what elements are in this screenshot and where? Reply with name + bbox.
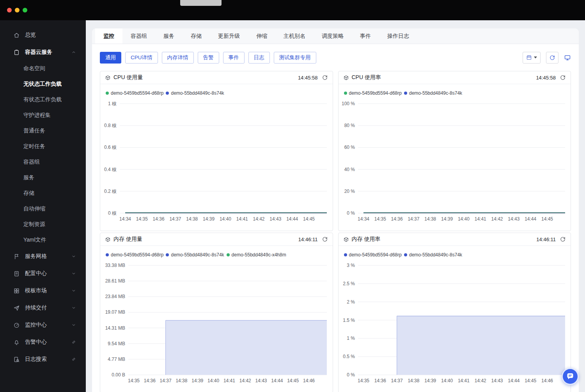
svg-text:14:37: 14:37 <box>408 216 419 222</box>
sidebar-subitem-yaml-file[interactable]: Yaml文件 <box>0 232 86 248</box>
svg-text:9.54 MB: 9.54 MB <box>108 341 125 346</box>
minimize-window-button[interactable] <box>15 8 20 12</box>
tab-service[interactable]: 服务 <box>155 28 183 44</box>
legend-item[interactable]: demo-55bdd4849c-8s74k <box>166 90 224 96</box>
svg-text:14:34: 14:34 <box>357 216 369 222</box>
chart-refresh-icon[interactable] <box>322 236 328 242</box>
svg-text:14:43: 14:43 <box>508 216 519 222</box>
filter-button-log[interactable]: 日志 <box>248 52 270 64</box>
legend-label: demo-5459bd5594-d68rp <box>111 90 163 96</box>
sidebar-item-service-mesh[interactable]: 服务网格 <box>0 248 86 265</box>
legend-item[interactable]: demo-5459bd5594-d68rp <box>344 252 402 258</box>
tab-operation-log[interactable]: 操作日志 <box>379 28 417 44</box>
svg-text:1 %: 1 % <box>347 335 355 341</box>
svg-text:14:42: 14:42 <box>253 216 265 222</box>
svg-text:0 %: 0 % <box>347 372 355 378</box>
refresh-button[interactable] <box>546 52 558 64</box>
svg-text:14:42: 14:42 <box>474 378 486 383</box>
chevron-down-icon <box>71 305 76 311</box>
svg-text:0.8 核: 0.8 核 <box>104 123 117 128</box>
tab-host-alias[interactable]: 主机别名 <box>275 28 314 44</box>
sidebar-item-overview[interactable]: 总览 <box>0 26 86 44</box>
tab-schedule-policy[interactable]: 调度策略 <box>314 28 352 44</box>
chart-card-header: CPU 使用率14:45:58 <box>339 71 571 84</box>
sidebar-subitem-stateless-workload[interactable]: 无状态工作负载 <box>0 76 86 92</box>
bell-icon <box>13 339 20 346</box>
legend-item[interactable]: demo-55bdd4849c-8s74k <box>404 90 462 96</box>
chart-refresh-icon[interactable] <box>560 74 566 81</box>
sidebar-item-continuous-delivery[interactable]: 持续交付 <box>0 299 86 316</box>
sidebar-subitem-service[interactable]: 服务 <box>0 170 86 185</box>
tab-pods[interactable]: 容器组 <box>122 28 155 44</box>
chart-plot: 1 核0.8 核0.6 核0.4 核0.2 核0 核14:3414:3514:3… <box>103 96 330 224</box>
tab-storage[interactable]: 存储 <box>183 28 210 44</box>
sidebar-item-alert-center[interactable]: 告警中心 <box>0 334 86 351</box>
legend-dot-icon <box>227 253 230 256</box>
svg-text:14:45: 14:45 <box>541 216 553 222</box>
cube-icon <box>343 75 349 81</box>
date-range-button[interactable] <box>523 52 541 64</box>
legend-item[interactable]: demo-5459bd5594-d68rp <box>106 252 163 258</box>
sidebar-item-container-cloud-service[interactable]: 容器云服务 <box>0 44 86 61</box>
svg-text:40 %: 40 % <box>344 167 355 172</box>
filter-button-general[interactable]: 通用 <box>100 52 121 64</box>
sidebar-item-monitoring-center[interactable]: 监控中心 <box>0 316 86 334</box>
sidebar-item-label: 持续交付 <box>25 304 47 311</box>
chart-title: 内存 使用率 <box>352 236 381 243</box>
sidebar-item-log-search[interactable]: 日志搜索 <box>0 351 86 368</box>
close-window-button[interactable] <box>7 8 12 12</box>
tab-scaling[interactable]: 伸缩 <box>248 28 275 44</box>
sidebar-subitem-custom-resource[interactable]: 定制资源 <box>0 217 86 232</box>
legend-dot-icon <box>166 253 169 256</box>
svg-text:14:38: 14:38 <box>424 216 436 222</box>
sidebar-subitem-storage[interactable]: 存储 <box>0 185 86 201</box>
tab-bar: 监控容器组服务存储更新升级伸缩主机别名调度策略事件操作日志 <box>92 28 579 44</box>
chart-plot: 100 %80 %60 %40 %20 %0 %14:3414:3514:361… <box>341 96 568 224</box>
svg-text:14:36: 14:36 <box>153 216 165 222</box>
tab-monitor[interactable]: 监控 <box>95 28 122 44</box>
sidebar-subitem-daemonset[interactable]: 守护进程集 <box>0 108 86 123</box>
filter-button-event[interactable]: 事件 <box>223 52 245 64</box>
sidebar-subitem-job[interactable]: 普通任务 <box>0 123 86 139</box>
svg-text:33.38 MB: 33.38 MB <box>105 263 125 268</box>
sidebar-item-label: 配置中心 <box>25 270 47 277</box>
svg-text:14:43: 14:43 <box>491 378 503 383</box>
calendar-icon <box>526 55 532 60</box>
chart-refresh-icon[interactable] <box>322 74 328 81</box>
legend-item[interactable]: demo-55bdd4849c-8s74k <box>166 252 224 258</box>
chart-toolbar: 通用CPU详情内存详情告警事件日志测试集群专用 <box>92 44 579 71</box>
legend-item[interactable]: demo-55bdd4849c-x4h8m <box>227 252 286 258</box>
svg-text:14:39: 14:39 <box>424 378 436 383</box>
legend-item[interactable]: demo-5459bd5594-d68rp <box>106 90 163 96</box>
sidebar-subitem-autoscaling[interactable]: 自动伸缩 <box>0 201 86 217</box>
support-chat-fab[interactable] <box>562 368 579 385</box>
svg-text:14:44: 14:44 <box>508 378 519 383</box>
sidebar-subitem-namespace[interactable]: 命名空间 <box>0 61 86 76</box>
legend-item[interactable]: demo-5459bd5594-d68rp <box>344 90 402 96</box>
legend-label: demo-5459bd5594-d68rp <box>349 90 402 96</box>
chart-card-header: CPU 使用量14:45:58 <box>100 71 333 84</box>
filter-button-alarm[interactable]: 告警 <box>198 52 219 64</box>
sidebar-item-config-center[interactable]: 配置中心 <box>0 265 86 282</box>
svg-text:14:38: 14:38 <box>408 378 419 383</box>
sidebar-subitem-stateful-workload[interactable]: 有状态工作负载 <box>0 92 86 108</box>
zoom-window-button[interactable] <box>23 8 27 12</box>
tab-upgrade[interactable]: 更新升级 <box>210 28 248 44</box>
chart-refresh-icon[interactable] <box>560 236 566 242</box>
sidebar-subitem-pods[interactable]: 容器组 <box>0 154 86 170</box>
cube-icon <box>105 237 111 242</box>
svg-text:14:45: 14:45 <box>303 216 315 222</box>
tab-events[interactable]: 事件 <box>352 28 379 44</box>
chart-plot: 3 %2.5 %2 %1.5 %1 %0.5 %0 %14:3514:3614:… <box>341 258 568 386</box>
sidebar-item-label: 告警中心 <box>25 339 47 346</box>
legend-item[interactable]: demo-55bdd4849c-8s74k <box>404 252 462 258</box>
clipboard-icon <box>13 49 20 56</box>
filter-button-cpu-detail[interactable]: CPU详情 <box>125 52 158 64</box>
monitor-screen-icon[interactable] <box>564 54 571 61</box>
filter-button-test-cluster[interactable]: 测试集群专用 <box>274 52 316 64</box>
sidebar-subitem-cronjob[interactable]: 定时任务 <box>0 139 86 154</box>
svg-text:14.31 MB: 14.31 MB <box>105 325 125 331</box>
filter-button-memory-detail[interactable]: 内存详情 <box>162 52 194 64</box>
sidebar-item-template-market[interactable]: 模板市场 <box>0 282 86 299</box>
legend-dot-icon <box>166 92 169 95</box>
